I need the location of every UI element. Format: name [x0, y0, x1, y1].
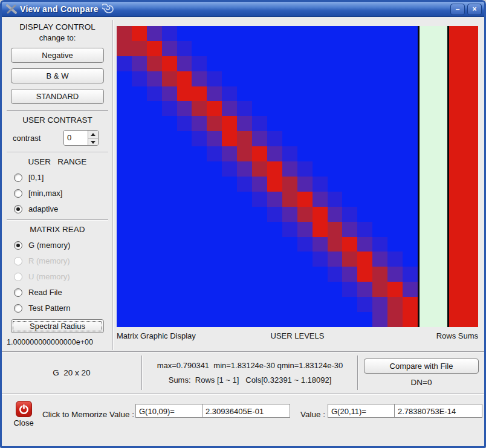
matrix-cell[interactable] — [162, 116, 177, 131]
matrix-cell[interactable] — [132, 192, 147, 207]
matrix-cell[interactable] — [177, 146, 192, 161]
matrix-cell[interactable] — [237, 192, 252, 207]
matrix-cell[interactable] — [207, 267, 222, 282]
matrix-cell[interactable] — [177, 131, 192, 146]
matrix-cell[interactable] — [252, 207, 267, 222]
matrix-cell[interactable] — [357, 312, 372, 327]
matrix-cell[interactable] — [162, 71, 177, 86]
matrix-cell[interactable] — [297, 177, 313, 192]
matrix-cell[interactable] — [252, 192, 267, 207]
matrix-cell[interactable] — [328, 41, 343, 56]
matrix-cell[interactable] — [177, 116, 192, 131]
matrix-cell[interactable] — [403, 192, 418, 207]
matrix-cell[interactable] — [252, 282, 267, 297]
matrix-cell[interactable] — [342, 71, 357, 86]
matrix-cell[interactable] — [222, 71, 237, 86]
matrix-cell[interactable] — [282, 192, 297, 207]
matrix-cell[interactable] — [222, 207, 237, 222]
matrix-cell[interactable] — [177, 161, 192, 177]
matrix-cell[interactable] — [403, 161, 418, 177]
matrix-cell[interactable] — [313, 282, 328, 297]
matrix-cell[interactable] — [177, 56, 192, 71]
matrix-cell[interactable] — [267, 282, 282, 297]
matrix-cell[interactable] — [192, 267, 207, 282]
matrix-cell[interactable] — [207, 177, 222, 192]
matrix-cell[interactable] — [372, 26, 387, 41]
contrast-spinbox[interactable]: 0 — [63, 130, 99, 146]
matrix-cell[interactable] — [162, 297, 177, 312]
matrix-cell[interactable] — [117, 207, 132, 222]
contrast-value-field[interactable]: 0 — [64, 131, 88, 145]
matrix-cell[interactable] — [132, 131, 147, 146]
matrix-cell[interactable] — [313, 252, 328, 267]
matrix-cell[interactable] — [313, 26, 328, 41]
matrix-cell[interactable] — [297, 282, 313, 297]
matrix-cell[interactable] — [162, 207, 177, 222]
matrix-cell[interactable] — [357, 267, 372, 282]
matrix-cell[interactable] — [162, 146, 177, 161]
matrix-cell[interactable] — [328, 312, 343, 327]
matrix-cell[interactable] — [313, 116, 328, 131]
matrix-option-read-file[interactable]: Read File — [14, 288, 109, 297]
matrix-cell[interactable] — [222, 282, 237, 297]
matrix-cell[interactable] — [252, 237, 267, 252]
matrix-cell[interactable] — [207, 282, 222, 297]
matrix-cell[interactable] — [117, 297, 132, 312]
matrix-cell[interactable] — [132, 146, 147, 161]
memorize-value-field[interactable]: 2.30936405E-01 — [202, 404, 290, 418]
matrix-cell[interactable] — [207, 131, 222, 146]
matrix-cell[interactable] — [132, 177, 147, 192]
minimize-button[interactable]: – — [450, 4, 465, 15]
matrix-cell[interactable] — [177, 252, 192, 267]
matrix-cell[interactable] — [117, 26, 132, 41]
matrix-cell[interactable] — [252, 161, 267, 177]
matrix-cell[interactable] — [207, 116, 222, 131]
matrix-cell[interactable] — [147, 252, 162, 267]
matrix-cell[interactable] — [147, 41, 162, 56]
matrix-cell[interactable] — [252, 297, 267, 312]
matrix-cell[interactable] — [132, 71, 147, 86]
matrix-cell[interactable] — [313, 177, 328, 192]
matrix-cell[interactable] — [387, 86, 403, 102]
matrix-cell[interactable] — [162, 282, 177, 297]
matrix-cell[interactable] — [207, 192, 222, 207]
matrix-cell[interactable] — [387, 101, 403, 116]
matrix-cell[interactable] — [297, 267, 313, 282]
matrix-cell[interactable] — [403, 71, 418, 86]
matrix-cell[interactable] — [192, 26, 207, 41]
matrix-cell[interactable] — [252, 177, 267, 192]
spectral-radius-button[interactable]: Spectral Radius — [11, 319, 104, 333]
matrix-cell[interactable] — [342, 26, 357, 41]
matrix-cell[interactable] — [342, 101, 357, 116]
matrix-cell[interactable] — [372, 207, 387, 222]
matrix-cell[interactable] — [222, 237, 237, 252]
matrix-cell[interactable] — [192, 116, 207, 131]
matrix-cell[interactable] — [387, 146, 403, 161]
matrix-cell[interactable] — [177, 101, 192, 116]
matrix-cell[interactable] — [207, 237, 222, 252]
matrix-cell[interactable] — [342, 177, 357, 192]
matrix-cell[interactable] — [297, 71, 313, 86]
matrix-cell[interactable] — [192, 146, 207, 161]
matrix-cell[interactable] — [132, 116, 147, 131]
matrix-cell[interactable] — [192, 192, 207, 207]
matrix-cell[interactable] — [372, 222, 387, 237]
matrix-cell[interactable] — [267, 146, 282, 161]
matrix-cell[interactable] — [357, 71, 372, 86]
close-button[interactable]: Close — [10, 401, 37, 427]
matrix-cell[interactable] — [207, 297, 222, 312]
matrix-cell[interactable] — [192, 282, 207, 297]
matrix-cell[interactable] — [267, 237, 282, 252]
matrix-cell[interactable] — [282, 146, 297, 161]
matrix-cell[interactable] — [237, 26, 252, 41]
matrix-cell[interactable] — [177, 177, 192, 192]
matrix-cell[interactable] — [357, 101, 372, 116]
matrix-cell[interactable] — [342, 192, 357, 207]
matrix-cell[interactable] — [403, 86, 418, 102]
matrix-cell[interactable] — [297, 207, 313, 222]
matrix-cell[interactable] — [328, 131, 343, 146]
matrix-cell[interactable] — [372, 252, 387, 267]
matrix-cell[interactable] — [177, 86, 192, 102]
matrix-cell[interactable] — [252, 26, 267, 41]
matrix-cell[interactable] — [117, 192, 132, 207]
